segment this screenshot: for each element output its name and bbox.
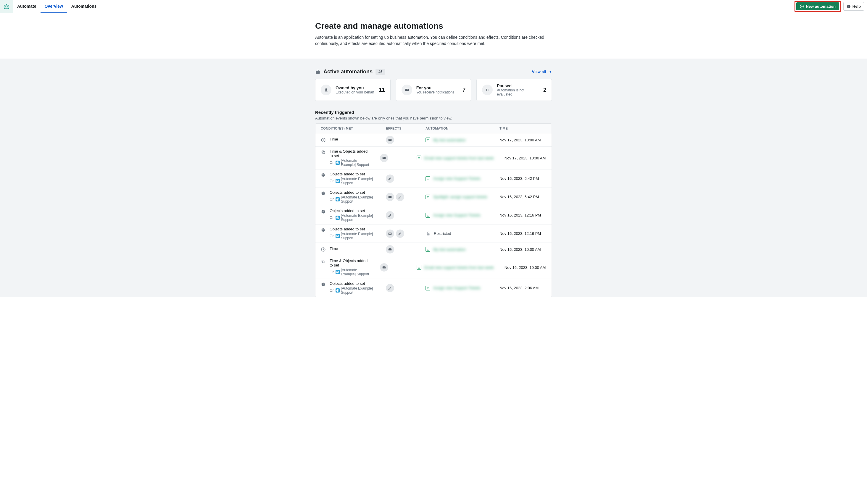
table-row[interactable]: Time & Objects added to setOn ⦿[Automate… bbox=[315, 147, 552, 169]
automation-name-blurred: Assign new Support Tickets bbox=[433, 286, 481, 290]
svg-point-32 bbox=[427, 215, 428, 216]
edit-effect-icon bbox=[386, 175, 394, 183]
condition-meta: On ⦿[Automate Example] Support bbox=[330, 268, 369, 276]
table-row[interactable]: Objects added to setOn ⦿[Automate Exampl… bbox=[315, 279, 552, 297]
svg-point-49 bbox=[428, 288, 428, 288]
svg-point-17 bbox=[428, 140, 428, 140]
card-subtitle: Automation is not evaluated bbox=[497, 88, 539, 96]
cube-icon bbox=[321, 282, 326, 287]
automation-chip-icon bbox=[426, 195, 430, 199]
app-label: Automate bbox=[13, 0, 41, 13]
svg-rect-21 bbox=[418, 158, 420, 159]
svg-point-1 bbox=[5, 6, 6, 7]
event-time: Nov 16, 2023, 12:16 PM bbox=[494, 213, 552, 217]
automation-chip-icon bbox=[426, 213, 430, 218]
card-subtitle: You receive notifications bbox=[416, 90, 459, 94]
automation-name-blurred: Spotlight: assign support tickets bbox=[433, 195, 488, 199]
col-header-time: TIME bbox=[494, 124, 552, 133]
svg-rect-0 bbox=[4, 5, 9, 9]
svg-point-40 bbox=[428, 249, 428, 250]
table-row[interactable]: Time & Objects added to setOn ⦿[Automate… bbox=[315, 256, 552, 279]
automation-chip-icon bbox=[426, 247, 430, 252]
new-automation-label: New automation bbox=[806, 4, 835, 9]
stat-card[interactable]: PausedAutomation is not evaluated2 bbox=[477, 79, 552, 101]
svg-rect-44 bbox=[418, 267, 420, 269]
highlight-annotation: New automation bbox=[794, 1, 841, 12]
condition-text: Objects added to set bbox=[330, 281, 375, 286]
copy-icon bbox=[321, 259, 326, 264]
cube-icon bbox=[321, 228, 326, 233]
svg-rect-31 bbox=[427, 215, 429, 216]
object-chip-icon: ⦿ bbox=[335, 234, 340, 238]
cube-icon bbox=[321, 191, 326, 196]
card-subtitle: Executed on your behalf bbox=[335, 90, 375, 94]
page-title: Create and manage automations bbox=[315, 21, 552, 31]
condition-meta: On ⦿[Automate Example] Support bbox=[330, 158, 369, 167]
event-time: Nov 16, 2023, 12:16 PM bbox=[494, 231, 552, 236]
active-count-badge: 46 bbox=[375, 69, 385, 75]
new-automation-button[interactable]: New automation bbox=[796, 2, 839, 10]
condition-text: Time bbox=[330, 246, 338, 251]
object-chip-icon: ⦿ bbox=[335, 270, 340, 274]
object-chip-icon: ⦿ bbox=[335, 216, 340, 220]
table-row[interactable]: Objects added to setOn ⦿[Automate Exampl… bbox=[315, 224, 552, 243]
automation-chip-icon bbox=[426, 138, 430, 142]
briefcase-icon bbox=[315, 69, 320, 75]
clock-icon bbox=[321, 138, 326, 143]
copy-icon bbox=[321, 150, 326, 155]
help-button[interactable]: ? Help bbox=[843, 2, 864, 11]
automation-chip-icon bbox=[417, 265, 421, 270]
active-automations-title: Active automations bbox=[315, 69, 373, 75]
svg-rect-28 bbox=[427, 196, 429, 198]
card-count: 11 bbox=[379, 87, 385, 93]
object-chip-icon: ⦿ bbox=[335, 197, 340, 201]
automation-chip-icon bbox=[426, 176, 430, 181]
object-chip-icon: ⦿ bbox=[335, 161, 340, 165]
plus-circle-icon bbox=[800, 4, 804, 9]
mail-effect-icon bbox=[380, 154, 388, 162]
svg-rect-37 bbox=[388, 249, 392, 251]
tab-overview[interactable]: Overview bbox=[41, 0, 67, 13]
cube-icon bbox=[321, 173, 326, 178]
condition-text: Objects added to set bbox=[330, 172, 375, 176]
table-row[interactable]: TimeMy test automationNov 16, 2023, 10:0… bbox=[315, 243, 552, 256]
svg-rect-27 bbox=[388, 196, 392, 198]
table-row[interactable]: Objects added to setOn ⦿[Automate Exampl… bbox=[315, 169, 552, 188]
edit-effect-icon bbox=[396, 193, 404, 201]
mail-effect-icon bbox=[386, 230, 394, 238]
help-label: Help bbox=[853, 4, 861, 9]
svg-point-39 bbox=[427, 249, 428, 250]
view-all-link[interactable]: View all bbox=[532, 69, 552, 74]
top-nav: Automate Overview Automations New automa… bbox=[0, 0, 867, 13]
condition-meta: On ⦿[Automate Example] Support bbox=[330, 195, 375, 204]
condition-meta: On ⦿[Automate Example] Support bbox=[330, 177, 375, 185]
event-time: Nov 16, 2023, 6:42 PM bbox=[494, 195, 552, 199]
mail-effect-icon bbox=[386, 193, 394, 201]
table-row[interactable]: Objects added to setOn ⦿[Automate Exampl… bbox=[315, 188, 552, 206]
stat-card[interactable]: For youYou receive notifications7 bbox=[396, 79, 471, 101]
app-icon[interactable] bbox=[0, 0, 13, 13]
stat-card[interactable]: Owned by youExecuted on your behalf11 bbox=[315, 79, 390, 101]
table-row[interactable]: Objects added to setOn ⦿[Automate Exampl… bbox=[315, 206, 552, 224]
svg-point-29 bbox=[427, 197, 428, 197]
svg-rect-34 bbox=[388, 232, 392, 234]
svg-rect-20 bbox=[383, 157, 386, 159]
tab-automations[interactable]: Automations bbox=[67, 0, 101, 13]
svg-point-16 bbox=[427, 140, 428, 140]
svg-rect-8 bbox=[316, 71, 320, 74]
svg-point-23 bbox=[419, 158, 419, 158]
recent-events-table: CONDITION(S) MET EFFECTS AUTOMATION TIME… bbox=[315, 123, 552, 297]
col-header-automation: AUTOMATION bbox=[420, 124, 494, 133]
condition-meta: On ⦿[Automate Example] Support bbox=[330, 286, 375, 295]
table-row[interactable]: TimeMy test automationNov 17, 2023, 10:0… bbox=[315, 133, 552, 147]
help-icon: ? bbox=[847, 4, 851, 9]
condition-text: Time bbox=[330, 137, 338, 141]
svg-point-4 bbox=[6, 3, 7, 4]
automation-name-blurred: My test automation bbox=[433, 247, 466, 252]
svg-text:?: ? bbox=[848, 5, 849, 8]
automation-chip-icon bbox=[426, 286, 430, 291]
event-time: Nov 16, 2023, 10:00 AM bbox=[494, 247, 552, 252]
col-header-effects: EFFECTS bbox=[381, 124, 420, 133]
svg-rect-24 bbox=[427, 178, 429, 179]
svg-rect-43 bbox=[383, 266, 386, 269]
